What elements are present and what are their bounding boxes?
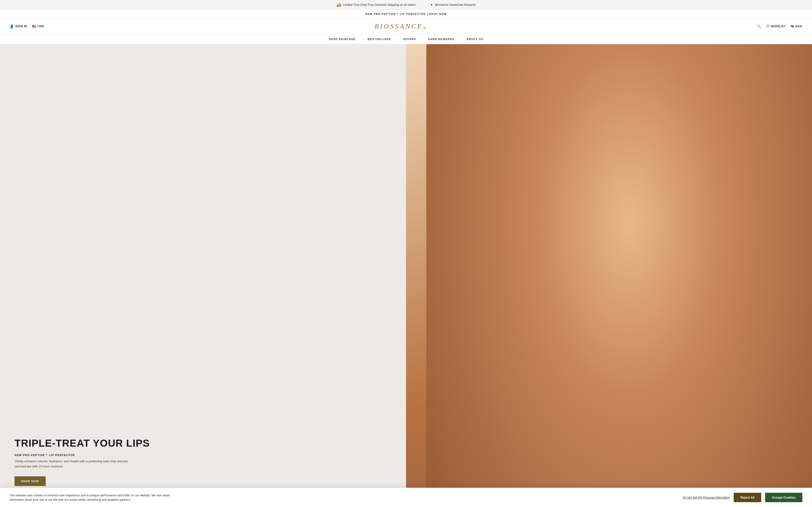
wishlist-link[interactable]: WISHLIST [766,24,786,29]
svg-point-5 [542,347,666,404]
main-nav: SHOP SKINCARE BESTSELLERS OFFERS EARN RE… [0,34,812,44]
hero-image [406,44,812,507]
wishlist-label: WISHLIST [771,24,785,28]
svg-point-9 [646,76,675,107]
hero-subtitle: NEW PRO-PEPTIDE™ LIP PERFECTOR [14,454,392,457]
hero-section: TRIPLE-TREAT YOUR LIPS NEW PRO-PEPTIDE™ … [0,44,812,507]
hero-svg [406,44,812,507]
sign-in-link[interactable]: SIGN IN [10,24,27,28]
nav-earn-rewards[interactable]: EARN REWARDS [428,38,454,41]
cookie-text: This website uses cookies to enhance use… [10,493,179,502]
header-left: SIGN IN USD [10,24,44,28]
svg-point-11 [653,84,658,90]
site-header: SIGN IN USD BIOSSANCE WISHLIST BAG [0,18,812,34]
svg-point-21 [626,74,696,95]
cookie-banner: This website uses cookies to enhance use… [0,488,812,507]
heart-icon [766,24,770,29]
svg-point-3 [485,303,733,507]
svg-rect-0 [427,44,790,507]
do-not-sell-link[interactable]: Do Not Sell My Personal Information [683,496,730,499]
header-right: WISHLIST BAG [757,24,802,29]
shipping-announcement: Limited Time Only! Free Domestic Shippin… [337,2,416,7]
logo-dot-1 [424,27,425,29]
shop-now-button[interactable]: SHOP NOW [14,476,46,486]
svg-point-19 [586,332,601,342]
hero-title: TRIPLE-TREAT YOUR LIPS [14,438,392,449]
svg-point-20 [612,332,627,342]
cookie-actions: Do Not Sell My Personal Information Reje… [683,493,802,502]
logo-text: BIOSSANCE [374,22,423,30]
promo-banner[interactable]: NEW PRO-PEPTIDE™ LIP PERFECTOR | SHOP NO… [0,10,812,18]
top-announcement-bar: Limited Time Only! Free Domestic Shippin… [0,0,812,10]
user-icon [10,24,14,28]
nav-about-us[interactable]: ABOUT US [466,38,483,41]
svg-point-8 [630,73,692,109]
bag-icon [791,24,794,28]
svg-point-12 [427,44,635,78]
svg-point-18 [588,321,624,347]
nav-bestsellers[interactable]: BESTSELLERS [367,38,391,41]
rewards-announcement: Biossance CleanCrew Rewards [430,3,476,7]
site-logo[interactable]: BIOSSANCE [44,22,757,30]
search-link[interactable] [757,24,761,28]
currency-label: USD [38,24,44,28]
hero-description: Visibly enhance volume, hydration, and h… [14,459,135,469]
hero-content: TRIPLE-TREAT YOUR LIPS NEW PRO-PEPTIDE™ … [0,44,406,507]
sign-in-label: SIGN IN [15,24,27,28]
bag-link[interactable]: BAG [791,24,802,28]
truck-icon [337,2,341,7]
shipping-text: Limited Time Only! Free Domestic Shippin… [343,3,416,6]
search-icon [757,24,761,28]
svg-rect-14 [636,416,683,490]
svg-point-6 [567,370,629,389]
svg-rect-15 [638,418,660,440]
hero-image-container [406,44,812,507]
logo-dots [424,27,426,29]
nav-offers[interactable]: OFFERS [403,38,416,41]
rewards-text: Biossance CleanCrew Rewards [435,3,476,6]
flag-icon [32,24,36,28]
svg-point-17 [516,210,599,272]
bag-label: BAG [796,24,802,28]
accept-cookies-button[interactable]: Accept Cookies [765,493,802,502]
nav-shop-skincare[interactable]: SHOP SKINCARE [329,38,355,41]
svg-rect-2 [454,148,765,406]
currency-selector[interactable]: USD [32,24,44,28]
promo-text: NEW PRO-PEPTIDE™ LIP PERFECTOR | SHOP NO… [365,12,447,15]
svg-point-10 [654,83,668,100]
svg-rect-16 [646,433,677,477]
svg-point-1 [464,44,754,225]
svg-point-7 [609,55,713,117]
rewards-icon [430,3,433,7]
logo-dot-2 [425,27,426,28]
svg-point-4 [583,215,625,339]
reject-all-button[interactable]: Reject All [734,493,761,502]
